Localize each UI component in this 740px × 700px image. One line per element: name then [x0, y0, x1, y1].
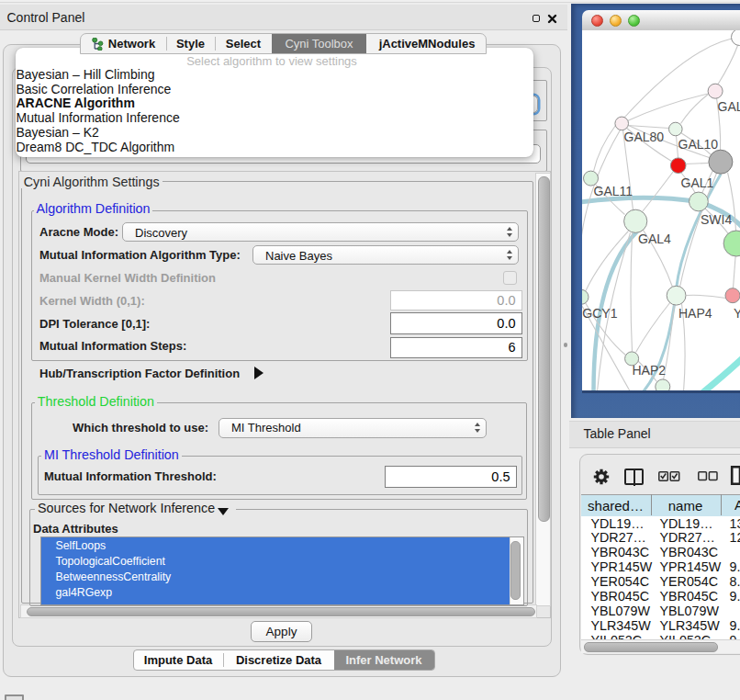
svg-text:GAL10: GAL10 [678, 136, 718, 151]
svg-text:GAL1: GAL1 [680, 175, 713, 189]
svg-text:GAL11: GAL11 [593, 184, 633, 198]
svg-text:HAP4: HAP4 [678, 306, 712, 321]
svg-text:Y: Y [734, 306, 740, 321]
svg-text:GCY1: GCY1 [582, 306, 617, 321]
svg-text:HAP2: HAP2 [632, 363, 666, 378]
svg-text:SWI4: SWI4 [701, 212, 732, 227]
svg-text:GAL80: GAL80 [623, 130, 664, 144]
svg-text:GAL: GAL [717, 98, 740, 113]
svg-text:GAL4: GAL4 [638, 231, 671, 245]
